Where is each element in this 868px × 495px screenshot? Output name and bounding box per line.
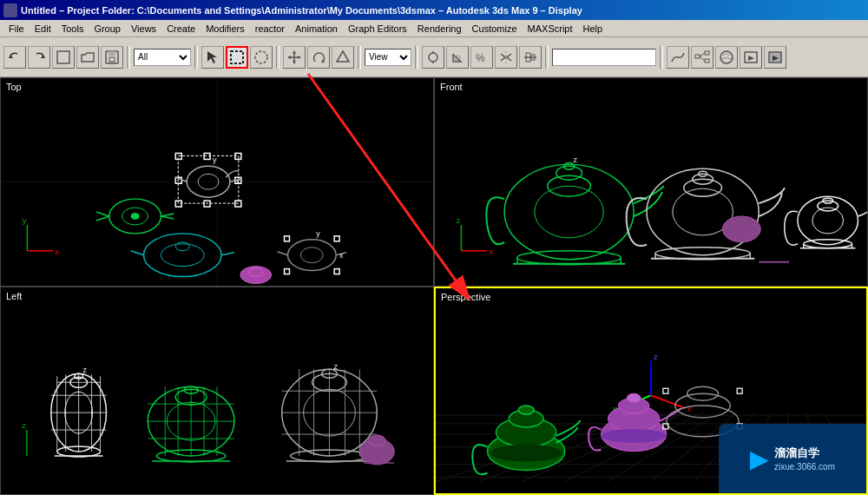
watermark: ▶ 溜溜自学 zixue.3066.com — [719, 424, 866, 493]
svg-text:z: z — [574, 155, 578, 164]
toolbar: All Geometry Shapes Lights Cameras — [0, 37, 868, 77]
svg-rect-7 — [231, 51, 243, 63]
svg-rect-5 — [109, 57, 115, 62]
menu-group[interactable]: Group — [89, 23, 126, 34]
viewport-left[interactable]: Left z — [0, 287, 434, 496]
svg-marker-12 — [293, 61, 296, 64]
viewport-left-content: z z — [1, 287, 433, 495]
svg-text:z: z — [83, 366, 88, 374]
svg-marker-14 — [298, 56, 301, 59]
svg-point-81 — [249, 268, 263, 277]
svg-point-106 — [722, 216, 760, 242]
menu-edit[interactable]: Edit — [30, 23, 56, 34]
svg-text:x: x — [489, 247, 493, 256]
svg-text:y: y — [213, 155, 217, 164]
percent-snap-button[interactable]: % — [470, 46, 493, 69]
viewport-top[interactable]: Top x y — [0, 77, 434, 287]
svg-rect-26 — [695, 55, 700, 58]
separator-5 — [415, 46, 418, 69]
menu-animation[interactable]: Animation — [290, 23, 343, 34]
menu-maxscript[interactable]: MAXScript — [523, 23, 578, 34]
svg-marker-16 — [337, 51, 349, 62]
viewport-front[interactable]: Front x z — [434, 77, 868, 287]
menu-bar: File Edit Tools Group Views Create Modif… — [0, 20, 868, 37]
watermark-text: 溜溜自学 zixue.3066.com — [774, 446, 835, 471]
menu-create[interactable]: Create — [161, 23, 201, 34]
svg-text:z: z — [333, 362, 338, 371]
svg-text:z: z — [654, 352, 658, 360]
svg-line-29 — [700, 53, 705, 56]
viewport-perspective[interactable]: Perspective — [434, 287, 868, 496]
svg-point-200 — [490, 444, 562, 461]
svg-marker-33 — [748, 56, 754, 61]
menu-customize[interactable]: Customize — [467, 23, 523, 34]
svg-rect-28 — [705, 59, 709, 63]
svg-rect-2 — [57, 51, 69, 63]
menu-file[interactable]: File — [3, 23, 30, 34]
svg-text:z: z — [456, 215, 460, 225]
svg-rect-4 — [108, 51, 115, 56]
angle-snap-button[interactable] — [446, 46, 469, 69]
title-text: Untitled – Project Folder: C:\Documents … — [21, 5, 582, 16]
svg-text:y: y — [316, 229, 320, 238]
svg-point-17 — [429, 53, 437, 62]
svg-text:%: % — [476, 52, 485, 64]
svg-marker-6 — [207, 51, 217, 63]
viewport-front-content: x z — [435, 78, 867, 286]
svg-rect-27 — [705, 51, 709, 55]
svg-text:x: x — [236, 177, 240, 186]
select-arrow-button[interactable] — [201, 46, 224, 69]
redo-button[interactable] — [28, 46, 50, 69]
select-circle-button[interactable] — [250, 46, 273, 69]
svg-text:z: z — [22, 420, 26, 430]
menu-rendering[interactable]: Rendering — [412, 23, 467, 34]
watermark-url: zixue.3066.com — [774, 462, 835, 472]
rotate-button[interactable] — [307, 46, 330, 69]
curve-editor-button[interactable] — [667, 46, 689, 69]
open-button[interactable] — [76, 46, 99, 69]
svg-point-165 — [368, 435, 385, 446]
menu-tools[interactable]: Tools — [56, 23, 89, 34]
menu-views[interactable]: Views — [126, 23, 161, 34]
svg-text:y: y — [22, 215, 26, 225]
snap-toggle-button[interactable] — [422, 46, 444, 69]
select-rectangle-button[interactable] — [226, 46, 248, 69]
svg-text:x: x — [55, 247, 59, 256]
named-selection-input[interactable] — [552, 49, 656, 66]
move-button[interactable] — [283, 46, 306, 69]
separator-2 — [194, 46, 198, 69]
material-editor-button[interactable] — [715, 46, 738, 69]
viewport-top-content: x y — [1, 78, 433, 286]
svg-marker-11 — [293, 50, 296, 54]
separator-1 — [127, 46, 130, 69]
scale-button[interactable] — [332, 46, 354, 69]
mirror-button[interactable] — [495, 46, 517, 69]
align-button[interactable] — [519, 46, 542, 69]
schematic-view-button[interactable] — [691, 46, 713, 69]
svg-point-8 — [255, 51, 267, 63]
watermark-logo: ▶ — [750, 445, 769, 473]
view-mode-dropdown[interactable]: View Screen World Local — [365, 49, 411, 66]
svg-marker-13 — [287, 56, 291, 59]
svg-point-195 — [601, 428, 666, 442]
svg-rect-82 — [436, 78, 867, 286]
svg-line-30 — [700, 56, 705, 61]
svg-point-199 — [518, 406, 534, 414]
watermark-site-name: 溜溜自学 — [774, 446, 835, 461]
separator-4 — [358, 46, 361, 69]
svg-text:x: x — [339, 251, 344, 260]
menu-graph-editors[interactable]: Graph Editors — [343, 23, 412, 34]
render-setup-button[interactable] — [740, 46, 762, 69]
undo-button[interactable] — [3, 46, 26, 69]
menu-modifiers[interactable]: Modifiers — [201, 23, 250, 34]
separator-3 — [276, 46, 279, 69]
title-bar: Untitled – Project Folder: C:\Documents … — [0, 0, 868, 20]
render-button[interactable] — [764, 46, 786, 69]
svg-point-45 — [131, 213, 140, 220]
create-button[interactable] — [52, 46, 75, 69]
save-button[interactable] — [101, 46, 123, 69]
menu-help[interactable]: Help — [578, 23, 608, 34]
select-filter-dropdown[interactable]: All Geometry Shapes Lights Cameras — [134, 49, 191, 66]
menu-reactor[interactable]: reactor — [250, 23, 290, 34]
viewports-container: Top x y — [0, 77, 868, 495]
